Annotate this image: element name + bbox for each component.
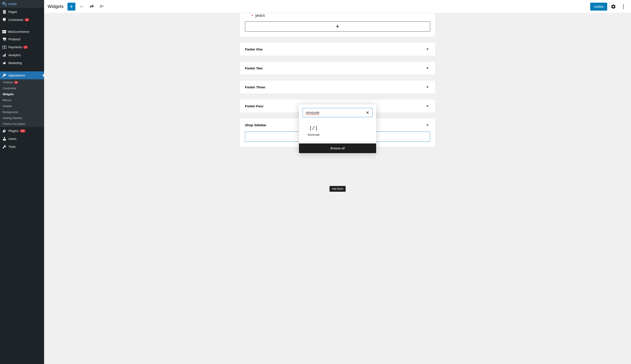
svg-point-7	[623, 8, 624, 8]
sidebar-label: WooCommerce	[8, 30, 29, 34]
widget-area-footer-two: Footer Two	[239, 61, 436, 75]
chevron-down-icon	[425, 103, 430, 109]
woo-icon: WOO	[2, 30, 6, 33]
themes-badge: 8	[14, 81, 18, 84]
sidebar-label: Pages	[8, 10, 17, 14]
undo-icon	[79, 4, 84, 9]
widget-area-header[interactable]: Footer Three	[240, 80, 435, 94]
media-icon	[2, 2, 7, 6]
gear-icon	[611, 4, 616, 9]
widget-area-title: Footer Two	[245, 66, 263, 70]
users-icon	[2, 136, 7, 141]
admin-sidebar: Media Pages Comments 3 WOO WooCommerce P…	[0, 0, 44, 364]
add-block-button[interactable]	[68, 3, 75, 10]
chevron-up-icon	[425, 122, 430, 128]
widget-area-expanded-top: years	[239, 13, 436, 37]
browse-all-button[interactable]: Browse all	[299, 144, 376, 153]
widget-area-footer-one: Footer One	[239, 42, 436, 56]
svg-rect-3	[4, 54, 5, 57]
submenu-theme-file-editor[interactable]: Theme File Editor	[0, 121, 44, 127]
submenu-widgets[interactable]: Widgets	[0, 91, 44, 97]
submenu-themes[interactable]: Themes 8	[0, 79, 44, 85]
options-button[interactable]	[619, 3, 627, 10]
widget-area-title: Footer One	[245, 47, 263, 51]
block-inserter-popover: shortcode [/] Shortcode Browse all	[299, 104, 376, 153]
submenu-customize[interactable]: Customize	[0, 85, 44, 91]
sidebar-item-payments[interactable]: $ Payments 1	[0, 43, 44, 51]
sidebar-label: Products	[8, 38, 21, 41]
pages-icon	[2, 10, 7, 14]
payments-icon: $	[2, 45, 7, 49]
widget-area-title: Footer Three	[245, 85, 265, 89]
more-vertical-icon	[621, 4, 626, 9]
sidebar-item-appearance[interactable]: Appearance	[0, 72, 44, 79]
svg-point-5	[623, 5, 624, 6]
svg-rect-4	[5, 54, 6, 57]
sidebar-item-analytics[interactable]: Analytics	[0, 51, 44, 59]
submenu-background[interactable]: Background	[0, 109, 44, 115]
undo-button[interactable]	[78, 3, 86, 10]
submenu-getting-started[interactable]: Getting Started	[0, 115, 44, 121]
sidebar-item-woocommerce[interactable]: WOO WooCommerce	[0, 28, 44, 35]
sidebar-item-marketing[interactable]: Marketing	[0, 59, 44, 67]
block-search-input[interactable]: shortcode	[303, 108, 372, 117]
sidebar-item-tools[interactable]: Tools	[0, 143, 44, 151]
list-view-button[interactable]	[98, 3, 106, 10]
sidebar-item-comments[interactable]: Comments 3	[0, 16, 44, 24]
editor-topbar: Widgets Update	[44, 0, 631, 13]
settings-button[interactable]	[609, 3, 617, 10]
payments-badge: 1	[23, 46, 28, 49]
chevron-down-icon	[425, 84, 430, 90]
chevron-down-icon	[425, 66, 430, 71]
plugins-icon	[2, 129, 7, 133]
submenu-header[interactable]: Header	[0, 103, 44, 109]
submenu-menus[interactable]: Menus	[0, 97, 44, 103]
analytics-icon	[2, 53, 7, 57]
sidebar-item-media[interactable]: Media	[0, 0, 44, 8]
appearance-icon	[2, 73, 7, 78]
update-button[interactable]: Update	[590, 3, 607, 10]
plugins-badge: 11	[20, 129, 26, 132]
content-text: years	[245, 13, 430, 21]
add-block-appender[interactable]	[245, 21, 430, 32]
sidebar-label: Payments	[8, 46, 22, 49]
sidebar-label: Users	[8, 137, 17, 140]
tooltip-add-block: Add block	[330, 186, 346, 192]
sidebar-label: Tools	[8, 145, 16, 148]
products-icon	[2, 37, 7, 42]
appearance-submenu: Themes 8 Customize Widgets Menus Header …	[0, 79, 44, 127]
plus-icon	[335, 24, 340, 29]
plus-icon	[69, 4, 74, 9]
sidebar-item-pages[interactable]: Pages	[0, 8, 44, 16]
tools-icon	[2, 144, 7, 149]
marketing-icon	[2, 61, 7, 65]
sidebar-label: Marketing	[8, 61, 22, 65]
block-item-label: Shortcode	[308, 133, 320, 136]
list-view-icon	[99, 4, 105, 9]
sidebar-label: Analytics	[8, 53, 21, 57]
editor-content: years Footer One Footer Two Footer Three	[44, 13, 631, 364]
main-content: Widgets Update years	[44, 0, 631, 364]
widget-area-header[interactable]: Footer One	[240, 42, 435, 56]
sidebar-item-users[interactable]: Users	[0, 135, 44, 143]
widget-area-footer-three: Footer Three	[239, 80, 436, 94]
redo-button[interactable]	[88, 3, 96, 10]
sidebar-item-products[interactable]: Products	[0, 35, 44, 43]
chevron-down-icon	[425, 46, 430, 52]
sidebar-item-plugins[interactable]: Plugins 11	[0, 127, 44, 135]
svg-point-6	[623, 6, 624, 7]
svg-rect-2	[3, 55, 4, 57]
sidebar-label: Media	[8, 2, 17, 6]
widget-area-title: Footer Four	[245, 104, 263, 108]
page-title: Widgets	[48, 4, 64, 9]
widget-area-title: Shop Sidebar	[245, 123, 266, 127]
block-item-shortcode[interactable]: [/] Shortcode	[302, 122, 325, 139]
search-field-wrapper: shortcode	[302, 108, 373, 117]
clear-search-button[interactable]	[364, 110, 371, 116]
close-icon	[365, 110, 370, 115]
sidebar-label: Comments	[8, 18, 23, 22]
svg-text:$: $	[4, 46, 5, 48]
sidebar-label: Plugins	[8, 129, 19, 133]
block-results: [/] Shortcode	[299, 121, 376, 144]
widget-area-header[interactable]: Footer Two	[240, 62, 435, 75]
